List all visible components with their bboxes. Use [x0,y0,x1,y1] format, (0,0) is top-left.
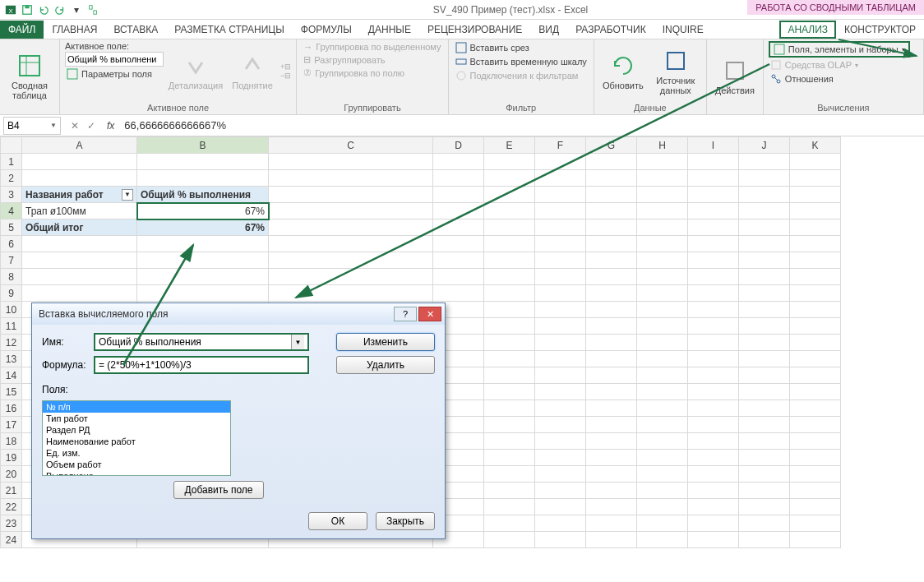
tab-insert[interactable]: ВСТАВКА [105,21,166,39]
tab-developer[interactable]: РАЗРАБОТЧИК [567,21,654,39]
accept-formula-icon[interactable]: ✓ [84,120,99,132]
formula-bar-row: B4▼ ✕ ✓ fx 66,6666666666667% [0,115,924,136]
cancel-formula-icon[interactable]: ✕ [67,120,82,132]
dialog-title: Вставка вычисляемого поля [35,308,169,320]
drillup-icon [239,53,266,79]
name-combo[interactable]: Общий % выполнения▼ [95,334,308,350]
list-item[interactable]: Выполнено [43,470,230,476]
delete-button[interactable]: Удалить [336,356,435,374]
fields-listbox[interactable]: № п/п Тип работ Раздел РД Наименование р… [42,400,231,476]
undo-icon[interactable] [36,2,51,17]
active-field-input[interactable] [65,52,164,67]
col-header[interactable]: G [586,137,637,154]
formula-input[interactable]: 66,6666666666667% [119,119,924,132]
svg-line-19 [774,77,778,81]
col-header[interactable]: E [484,137,535,154]
title-bar: X ▾ SV_490 Пример (тест).xlsx - Excel РА… [0,0,924,20]
list-item[interactable]: Объем работ [43,459,230,470]
svg-rect-11 [456,59,466,64]
fields-items-sets-button[interactable]: Поля, элементы и наборы▾ [769,41,910,58]
selected-cell[interactable]: 67% [137,203,269,219]
change-button[interactable]: Изменить [336,333,435,351]
ok-button[interactable]: ОК [308,512,367,530]
col-header[interactable]: C [269,137,433,154]
group-label-calc: Вычисления [769,101,918,113]
filter-dropdown-icon[interactable]: ▼ [122,189,133,201]
list-item[interactable]: Раздел РД [43,424,230,436]
actions-button[interactable]: Действия [712,41,758,111]
tab-home[interactable]: ГЛАВНАЯ [44,21,105,39]
dialog-titlebar[interactable]: Вставка вычисляемого поля ? ✕ [32,303,445,325]
group-data: Обновить Источник данных Данные [594,39,707,114]
save-icon[interactable] [20,2,35,17]
col-header[interactable]: D [433,137,484,154]
col-header[interactable]: I [688,137,739,154]
add-field-button[interactable]: Добавить поле [173,481,264,499]
relations[interactable]: Отношения [769,72,910,85]
list-item[interactable]: Ед. изм. [43,447,230,459]
active-field-label: Активное поле: [65,41,164,51]
group-grouping: →Группировка по выделенному ⊟Разгруппиро… [297,39,448,114]
tab-inquire[interactable]: INQUIRE [654,21,712,39]
tab-design[interactable]: КОНСТРУКТОР [836,21,924,39]
tab-file[interactable]: ФАЙЛ [0,21,44,39]
olap-tools: Средства OLAP▾ [769,58,910,72]
grand-total-label[interactable]: Общий итог [22,219,137,236]
pivottable-icon [16,53,43,79]
excel-icon: X [3,2,18,17]
col-header[interactable]: K [790,137,841,154]
data-source-icon [663,48,689,74]
redo-icon[interactable] [53,2,67,17]
fields-label: Поля: [42,384,435,395]
svg-rect-13 [668,53,684,69]
group-label-active-field: Активное поле [65,101,291,113]
drillup-button: Поднятие [228,41,277,101]
ribbon-tabs: ФАЙЛ ГЛАВНАЯ ВСТАВКА РАЗМЕТКА СТРАНИЦЫ Ф… [0,20,924,39]
pivot-row-header[interactable]: Названия работ▼ [22,187,137,203]
col-header[interactable]: H [637,137,688,154]
tab-page-layout[interactable]: РАЗМЕТКА СТРАНИЦЫ [166,21,293,39]
field-settings-button[interactable]: Параметры поля [65,67,164,81]
insert-timeline[interactable]: Вставить временную шкалу [454,55,589,68]
qat-more-icon[interactable]: ▾ [69,2,84,17]
col-header[interactable]: A [22,137,137,154]
data-source-button[interactable]: Источник данных [650,41,701,101]
name-box[interactable]: B4▼ [3,117,61,135]
col-header[interactable]: B [137,137,269,154]
ungroup: ⊟Разгруппировать [302,53,442,66]
grand-total-value[interactable]: 67% [137,219,269,236]
tab-formulas[interactable]: ФОРМУЛЫ [293,21,360,39]
tab-view[interactable]: ВИД [530,21,567,39]
select-all-cell[interactable] [1,137,22,154]
chevron-down-icon[interactable]: ▼ [50,122,57,129]
svg-rect-15 [774,44,784,54]
fx-icon[interactable]: fx [102,120,119,132]
chevron-down-icon[interactable]: ▼ [291,335,304,349]
pivot-row-item[interactable]: Трап ø100мм [22,203,137,219]
fields-icon [774,44,785,55]
col-header[interactable]: F [535,137,586,154]
dialog-close-icon[interactable]: ✕ [418,307,441,321]
list-item[interactable]: Тип работ [43,413,230,424]
svg-rect-10 [456,43,466,53]
pivottable-button[interactable]: Сводная таблица [5,41,54,111]
list-item[interactable]: № п/п [43,401,230,413]
dialog-help-icon[interactable]: ? [394,307,417,321]
refresh-button[interactable]: Обновить [599,41,647,101]
context-tab-title: РАБОТА СО СВОДНЫМИ ТАБЛИЦАМ [747,0,924,15]
svg-point-12 [457,72,465,80]
tab-review[interactable]: РЕЦЕНЗИРОВАНИЕ [419,21,530,39]
tab-analyze[interactable]: АНАЛИЗ [779,21,836,39]
list-item[interactable]: Наименование работ [43,436,230,447]
pivot-value-header[interactable]: Общий % выполнения [137,187,269,203]
formula-input[interactable] [95,357,308,373]
name-label: Имя: [42,336,90,348]
col-header[interactable]: J [739,137,790,154]
close-button[interactable]: Закрыть [376,512,435,530]
svg-rect-16 [772,61,780,69]
insert-slicer[interactable]: Вставить срез [454,41,589,54]
touch-mode-icon[interactable] [85,2,100,17]
tab-data[interactable]: ДАННЫЕ [360,21,419,39]
filter-connections: Подключения к фильтрам [454,69,589,82]
group-active-field: Активное поле: Параметры поля Детализаци… [60,39,297,114]
